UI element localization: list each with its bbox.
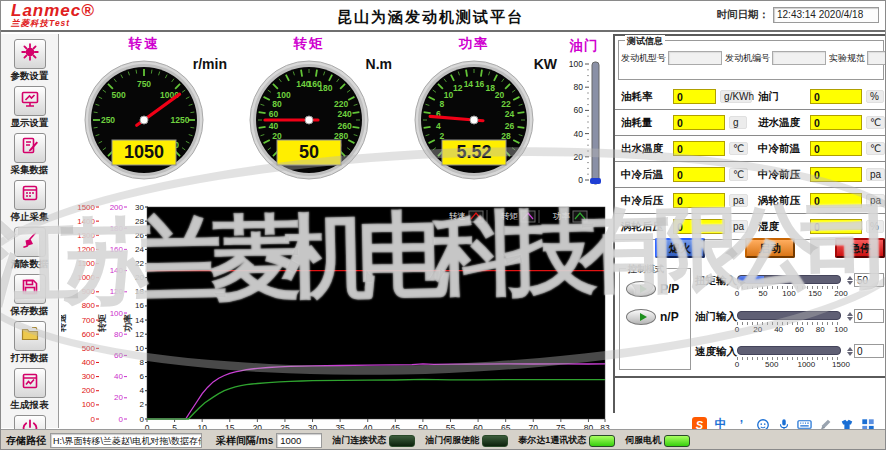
svg-text:1200: 1200 [77,245,95,254]
gauge-power: 功率KW0246810121416182022242628305.52 [399,34,559,202]
svg-text:1100: 1100 [78,259,96,268]
control-mode-group: 控制模式 P/Pn/P [619,268,691,370]
sidebar-button-clear-data[interactable] [14,227,46,257]
sidebar-button-generate-report[interactable] [14,368,46,398]
measure-unit: pa [729,220,748,233]
svg-text:1250: 1250 [171,115,190,125]
path-label: 存储路径 [6,434,46,448]
svg-text:8: 8 [140,358,145,367]
time-display: 时间日期： 12:43:14 2020/4/18 [717,7,880,23]
chart-canvas: 0100200300400500600700800900100011001200… [61,203,613,429]
measure-unit: ℃ [866,116,885,129]
sidebar-label-save-data: 保存数据 [1,305,58,318]
svg-text:750: 750 [137,79,151,89]
measure-unit: pa [866,194,885,207]
panel-divider [615,376,886,378]
measure-中冷前温: 中冷前温0℃ [752,141,886,156]
svg-text:400: 400 [82,358,96,367]
throttle-input-value[interactable]: 0 [854,309,884,323]
torque-input-value[interactable]: 50 [854,273,884,287]
gauge-torque-value: 50 [299,142,319,162]
throttle-slider[interactable]: 100806040200 [555,52,613,200]
lanmec-logo: Lanmec® 兰菱科技Test [11,2,95,28]
mode-pp-toggle[interactable] [626,281,656,297]
torque-input-label: 扭矩输入 [695,274,737,288]
field-engine-number: 发动机编号 [725,51,826,65]
led-throttle-servo-enable-indicator [482,435,508,447]
measure-unit: % [866,220,884,233]
throttle-input-slider[interactable] [737,311,841,320]
gauge-speed: 转速r/min02505007501000125015001050 [69,34,229,202]
measure-unit: g [729,116,747,129]
svg-text:2: 2 [140,400,145,409]
led-label-throttle-servo-enable: 油门伺服使能 [425,434,479,447]
sidebar-item-params-settings: 参数设置 [1,39,58,83]
play-icon [640,313,647,321]
measure-unit: pa [729,194,748,207]
field-engine-number-input[interactable] [772,51,826,65]
svg-text:14: 14 [464,79,474,89]
svg-text:22: 22 [501,99,511,109]
measure-label: 油耗量 [621,116,669,130]
gauge-power-value: 5.52 [456,142,491,162]
torque-input-spin-arrows[interactable] [847,276,853,285]
mode-np-label: n/P [660,310,679,324]
path-input[interactable]: H:\界面转移\兰菱赵\电机对拖\数据存储 [50,433,202,448]
svg-text:60: 60 [574,105,584,115]
gauge-torque: 转矩N.m02040608010014016018022024026028030… [234,34,394,202]
sidebar-button-display-settings[interactable] [14,86,46,116]
measure-value: 0 [673,219,725,234]
torque-input-slider[interactable] [737,275,841,284]
svg-text:8: 8 [440,99,445,109]
monitor-icon [20,89,40,113]
start-button[interactable]: 启动 [745,238,795,258]
measure-中冷后温: 中冷后温0℃ [615,167,752,182]
mode-np-toggle[interactable] [626,309,656,325]
svg-text:1500: 1500 [77,203,95,212]
edit-doc-icon [20,136,40,160]
svg-text:100: 100 [110,309,124,318]
measure-label: 油耗率 [621,90,669,104]
measure-value: 0 [810,115,862,130]
floppy-icon [20,277,40,301]
sidebar-button-collect-data[interactable] [14,133,46,163]
svg-text:20: 20 [574,152,584,162]
speed-input-spin-arrows[interactable] [847,347,853,356]
measure-进水温度: 进水温度0℃ [752,115,886,130]
interval-input[interactable]: 1000 [276,433,322,448]
page-title: 昆山为涵发动机测试平台 [337,8,524,27]
speed-input-value[interactable]: 0 [854,344,884,358]
sidebar-button-stop-collect[interactable] [14,180,46,210]
svg-text:1000: 1000 [77,273,95,282]
field-test-spec-input[interactable] [867,51,886,65]
mode-option-np[interactable]: n/P [626,309,690,325]
measure-unit: ℃ [729,142,748,155]
gear-icon [20,42,40,66]
flameout-button[interactable]: 熄火 [655,238,705,258]
mode-option-pp[interactable]: P/P [626,281,690,297]
sidebar-button-params-settings[interactable] [14,39,46,69]
led-label-throttle-link: 油门连接状态 [332,434,386,447]
field-engine-model-input[interactable] [668,51,722,65]
svg-text:40: 40 [574,129,584,139]
speed-input-tick-labels: 050010001500 [737,360,841,370]
sidebar-button-open-data[interactable] [14,321,46,351]
test-info-row: 出水温度0℃中冷前温0℃ [615,136,886,162]
sidebar-button-save-data[interactable] [14,274,46,304]
sidebar-item-collect-data: 采集数据 [1,133,58,177]
svg-text:12: 12 [453,83,463,93]
estop-button[interactable]: 急停 [835,238,885,258]
sidebar-label-clear-data: 清除数据 [1,258,58,271]
trend-chart: 0100200300400500600700800900100011001200… [61,203,613,429]
measure-出水温度: 出水温度0℃ [615,141,752,156]
speed-input-slider[interactable] [737,346,841,355]
svg-text:1300: 1300 [77,231,95,240]
measure-中冷后压: 中冷后压0pa [615,193,752,208]
sidebar-label-generate-report: 生成报表 [1,399,58,412]
svg-text:0: 0 [578,175,583,185]
throttle-input-spin-arrows[interactable] [847,312,853,321]
throttle-input-spinner: 0 [847,309,884,323]
folder-icon [20,324,40,348]
test-info-row: 中冷后温0℃中冷前压0pa [615,162,886,188]
measure-label: 油门 [758,90,806,104]
